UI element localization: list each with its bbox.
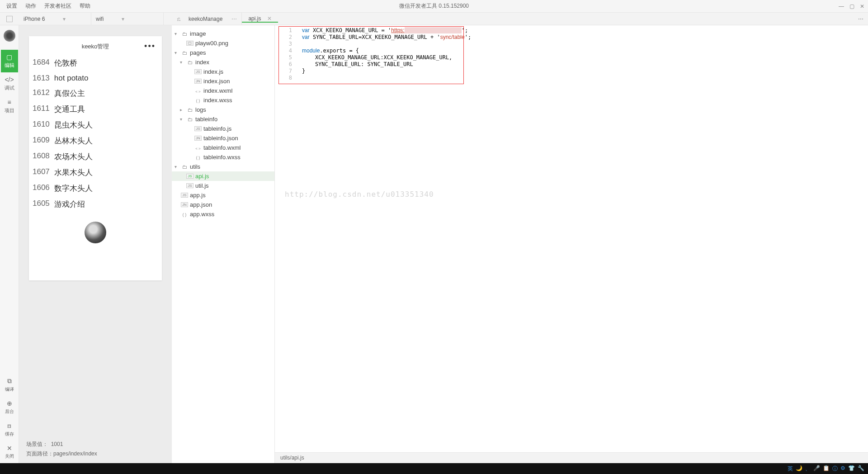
system-tray[interactable]: 英🌙、🎤📋ⓘ⚙👕🔧 — [788, 465, 864, 473]
tree-node-utils[interactable]: ▾utils — [172, 162, 274, 171]
orientation-icon[interactable] — [6, 16, 13, 22]
tree-node-logs[interactable]: ▸logs — [172, 105, 274, 114]
list-item[interactable]: 1610昆虫木头人 — [33, 117, 158, 133]
editor-more-icon[interactable]: ⋯ — [858, 16, 863, 22]
window-close-icon[interactable]: ✕ — [860, 3, 864, 9]
list-item[interactable]: 1611交通工具 — [33, 101, 158, 117]
chevron-down-icon: ▾ — [63, 16, 66, 22]
tree-node-index-wxss[interactable]: index.wxss — [172, 95, 274, 105]
top-menubar: 设置 动作 开发者社区 帮助 微信开发者工具 0.15.152900 — ▢ ✕ — [0, 0, 868, 13]
compile-icon: ⧉ — [7, 377, 12, 385]
image-icon: ▢ — [186, 41, 193, 46]
tray-icon[interactable]: 📋 — [823, 465, 830, 473]
list-item[interactable]: 1608农场木头人 — [33, 149, 158, 165]
project-name[interactable]: keekoManage — [184, 16, 227, 22]
list-item[interactable]: 1609丛林木头人 — [33, 133, 158, 149]
wxml-icon — [194, 145, 202, 151]
folder-icon — [186, 107, 193, 113]
tree-node-tableinfo-wxss[interactable]: tableinfo.wxss — [172, 152, 274, 162]
app-list[interactable]: 1684伦敦桥1613hot potato1612真假公主1611交通工具161… — [29, 55, 162, 212]
list-item[interactable]: 1606数字木头人 — [33, 180, 158, 196]
simulator-screen[interactable]: keeko管理••• 1684伦敦桥1613hot potato1612真假公主… — [29, 36, 162, 280]
tree-node-image[interactable]: ▾image — [172, 29, 274, 38]
menu-help[interactable]: 帮助 — [80, 2, 90, 10]
more-icon[interactable]: ⋯ — [231, 16, 237, 22]
simulator-status: 场景值： 1001 页面路径：pages/index/index — [19, 435, 172, 463]
close-tab-icon[interactable]: ✕ — [267, 15, 272, 22]
sidebar-edit[interactable]: ▢编辑 — [1, 50, 18, 72]
tree-node-playw00-png[interactable]: ▢playw00.png — [172, 38, 274, 48]
sidebar-project[interactable]: ≡项目 — [1, 95, 18, 118]
left-sidebar: ▢编辑 </>调试 ≡项目 ⧉编译 ⊕后台 ⧈缓存 ✕关闭 — [0, 25, 19, 463]
app-menu-icon[interactable]: ••• — [144, 42, 156, 51]
tree-node-util-js[interactable]: JSutil.js — [172, 181, 274, 190]
list-item[interactable]: 1605游戏介绍 — [33, 196, 158, 212]
tray-icon[interactable]: 🔧 — [858, 465, 864, 473]
list-item[interactable]: 1612真假公主 — [33, 85, 158, 101]
window-title: 微信开发者工具 0.15.152900 — [399, 2, 469, 10]
sidebar-compile[interactable]: ⧉编译 — [1, 374, 18, 396]
code-editor[interactable]: 12345678 var XCX_KEEKO_MANAGE_URL = 'htt… — [275, 25, 868, 463]
tree-node-app-json[interactable]: JNapp.json — [172, 200, 274, 209]
tray-icon[interactable]: 👕 — [848, 465, 855, 473]
js-icon: JS — [186, 183, 193, 188]
window-maximize-icon[interactable]: ▢ — [849, 3, 854, 9]
line-gutter: 12345678 — [275, 25, 295, 81]
js-icon: JS — [194, 126, 202, 131]
list-item[interactable]: 1607水果木头人 — [33, 165, 158, 180]
sidebar-debug[interactable]: </>调试 — [1, 72, 18, 95]
tree-node-app-wxss[interactable]: app.wxss — [172, 209, 274, 219]
user-avatar[interactable] — [4, 30, 15, 42]
tree-node-tableinfo-json[interactable]: JNtableinfo.json — [172, 133, 274, 143]
code-icon: </> — [5, 76, 14, 83]
menu-actions[interactable]: 动作 — [25, 2, 36, 10]
tree-node-tableinfo-wxml[interactable]: tableinfo.wxml — [172, 143, 274, 152]
tray-icon[interactable]: ⓘ — [832, 465, 838, 473]
network-select[interactable]: wifi▾ — [91, 13, 164, 25]
wxml-icon — [194, 88, 202, 94]
editor-tab-api-js[interactable]: api.js ✕ — [242, 15, 278, 23]
edit-icon: ▢ — [6, 53, 12, 61]
sidebar-close[interactable]: ✕关闭 — [1, 441, 18, 463]
loading-spinner — [85, 222, 106, 243]
window-minimize-icon[interactable]: — — [839, 3, 844, 9]
file-tree[interactable]: ▾image▢playw00.png▾pages▾indexJSindex.js… — [172, 25, 275, 463]
sidebar-background[interactable]: ⊕后台 — [1, 396, 18, 418]
editor-statusbar: utils/api.js — [275, 452, 868, 463]
tray-icon[interactable]: 🎤 — [813, 465, 820, 473]
sidebar-cache[interactable]: ⧈缓存 — [1, 418, 18, 441]
folder-icon — [181, 31, 188, 37]
watermark-text: http://blog.csdn.net/u013351340 — [285, 190, 434, 199]
background-icon: ⊕ — [7, 400, 12, 407]
tree-node-index[interactable]: ▾index — [172, 57, 274, 67]
tree-icon[interactable]: ⎌ — [177, 16, 180, 22]
simulator-panel: keeko管理••• 1684伦敦桥1613hot potato1612真假公主… — [19, 25, 172, 463]
json-icon: JN — [194, 79, 202, 84]
close-icon: ✕ — [7, 445, 12, 452]
tray-icon[interactable]: 英 — [788, 465, 793, 473]
wxss-icon — [181, 212, 188, 217]
tree-node-index-js[interactable]: JSindex.js — [172, 67, 274, 76]
js-icon: JS — [186, 174, 193, 179]
menu-dev-community[interactable]: 开发者社区 — [44, 2, 71, 10]
tree-node-app-js[interactable]: JSapp.js — [172, 190, 274, 200]
tray-icon[interactable]: 、 — [805, 465, 811, 473]
code-area[interactable]: var XCX_KEEKO_MANAGE_URL = 'https:xxxxxx… — [295, 25, 478, 76]
chevron-down-icon: ▾ — [122, 16, 124, 22]
tray-icon[interactable]: ⚙ — [840, 465, 845, 473]
folder-icon — [186, 60, 193, 65]
toolbar: iPhone 6▾ wifi▾ ⎌ keekoManage ⋯ api.js ✕… — [0, 13, 868, 25]
folder-icon — [181, 164, 188, 170]
tree-node-api-js[interactable]: JSapi.js — [172, 171, 274, 181]
device-select[interactable]: iPhone 6▾ — [19, 13, 91, 25]
menu-settings[interactable]: 设置 — [6, 2, 17, 10]
tree-node-tableinfo-js[interactable]: JStableinfo.js — [172, 124, 274, 133]
tree-node-tableinfo[interactable]: ▾tableinfo — [172, 114, 274, 124]
tray-icon[interactable]: 🌙 — [796, 465, 802, 473]
list-item[interactable]: 1684伦敦桥 — [33, 55, 158, 71]
list-item[interactable]: 1613hot potato — [33, 71, 158, 85]
tree-node-pages[interactable]: ▾pages — [172, 48, 274, 57]
tree-node-index-json[interactable]: JNindex.json — [172, 76, 274, 86]
windows-taskbar — [0, 463, 868, 474]
tree-node-index-wxml[interactable]: index.wxml — [172, 86, 274, 95]
